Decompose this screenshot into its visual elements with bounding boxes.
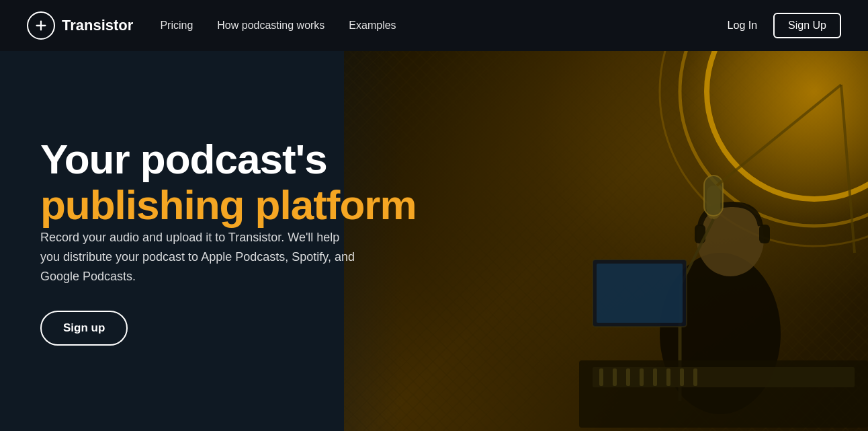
login-button[interactable]: Log In: [728, 19, 757, 32]
svg-rect-25: [680, 368, 684, 386]
svg-rect-19: [599, 368, 603, 386]
svg-rect-28: [597, 264, 683, 323]
hero-section: // Rendered via CSS pattern above: [0, 51, 868, 431]
svg-rect-21: [626, 368, 630, 386]
signup-nav-button[interactable]: Sign Up: [773, 13, 841, 38]
nav-link-how-it-works[interactable]: How podcasting works: [217, 19, 324, 32]
logo-text: Transistor: [62, 17, 133, 34]
svg-rect-18: [593, 367, 855, 387]
nav-links: Pricing How podcasting works Examples: [160, 19, 727, 32]
svg-rect-20: [613, 368, 617, 386]
svg-rect-10: [759, 225, 770, 243]
hero-subtitle: Record your audio and upload it to Trans…: [40, 228, 356, 286]
nav-link-pricing[interactable]: Pricing: [160, 19, 193, 32]
hero-content: Your podcast's publishing platform Recor…: [0, 51, 470, 431]
logo-link[interactable]: Transistor: [27, 11, 133, 40]
navbar: Transistor Pricing How podcasting works …: [0, 0, 868, 51]
svg-rect-24: [666, 368, 670, 386]
svg-rect-22: [640, 368, 644, 386]
logo-icon: [27, 11, 55, 40]
hero-title-line2: publishing platform: [40, 182, 430, 228]
hero-title-line1: Your podcast's: [40, 136, 430, 182]
signup-hero-button[interactable]: Sign up: [40, 311, 128, 346]
svg-rect-23: [653, 368, 657, 386]
svg-rect-26: [693, 368, 697, 386]
nav-link-examples[interactable]: Examples: [349, 19, 396, 32]
nav-actions: Log In Sign Up: [728, 13, 841, 38]
